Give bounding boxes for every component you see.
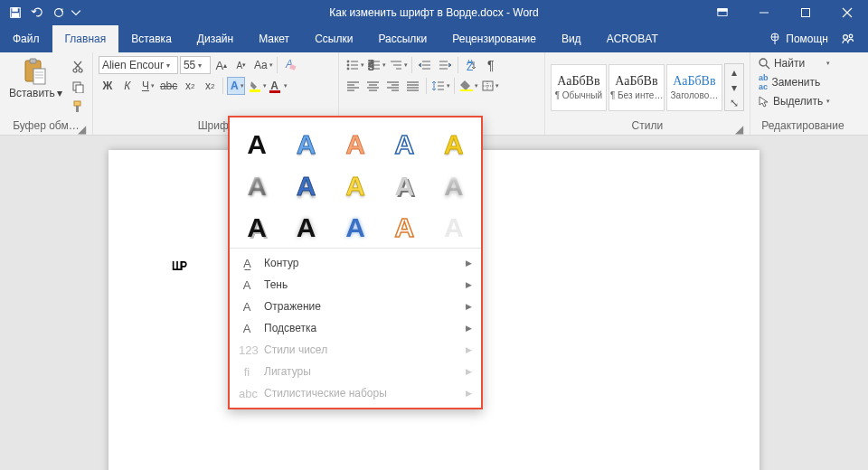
- group-editing: Найти▾ abacЗаменить Выделить▾ Редактиров…: [750, 52, 855, 135]
- tab-acrobat[interactable]: ACROBAT: [594, 25, 671, 52]
- styles-scroll-up[interactable]: ▴: [725, 64, 743, 80]
- text-effect-preset-12[interactable]: A: [341, 213, 370, 242]
- qat-customize-button[interactable]: [71, 3, 81, 23]
- select-button[interactable]: Выделить▾: [756, 94, 833, 108]
- text-effect-preset-9[interactable]: A: [439, 172, 468, 201]
- increase-font-button[interactable]: A▴: [212, 56, 231, 74]
- text-effect-menu-отражение[interactable]: AОтражение▶: [230, 296, 481, 317]
- text-effect-preset-11[interactable]: A: [292, 213, 321, 242]
- svg-text:Z: Z: [467, 61, 473, 70]
- text-effect-presets: AAAAAAAAAAAAAAA: [230, 118, 481, 248]
- group-clipboard-label: Буфер обм…: [13, 119, 80, 132]
- group-styles: АаБбВв¶ ОбычныйАаБбВв¶ Без инте…АаБбВвЗа…: [545, 52, 750, 135]
- tab-file[interactable]: Файл: [0, 25, 52, 52]
- text-effect-preset-1[interactable]: A: [292, 130, 321, 159]
- numbering-button[interactable]: 123▾: [366, 56, 386, 74]
- underline-button[interactable]: Ч▾: [138, 77, 156, 95]
- svg-point-77: [760, 59, 767, 66]
- text-effect-menu-тень[interactable]: AТень▶: [230, 274, 481, 296]
- minimize-button[interactable]: [743, 0, 785, 25]
- tab-home[interactable]: Главная: [52, 25, 119, 52]
- increase-indent-button[interactable]: [436, 56, 454, 74]
- decrease-indent-button[interactable]: [416, 56, 434, 74]
- decrease-font-button[interactable]: A▾: [232, 56, 250, 74]
- text-effect-menu-подсветка[interactable]: AПодсветка▶: [230, 317, 481, 339]
- highlight-button[interactable]: ▾: [247, 77, 267, 95]
- text-effect-preset-2[interactable]: A: [341, 130, 370, 159]
- tell-me-label: Помощн: [786, 33, 828, 45]
- tab-layout[interactable]: Макет: [246, 25, 302, 52]
- sort-button[interactable]: AZ: [462, 56, 480, 74]
- italic-button[interactable]: К: [118, 77, 137, 95]
- window-title: Как изменить шрифт в Ворде.docx - Word: [329, 6, 539, 19]
- share-button[interactable]: [839, 30, 857, 48]
- style-tile-2[interactable]: АаБбВвЗаголово…: [666, 64, 722, 111]
- styles-expand[interactable]: ⤡: [725, 95, 743, 110]
- text-effect-preset-4[interactable]: A: [439, 130, 468, 159]
- copy-button[interactable]: [69, 78, 87, 96]
- format-painter-button[interactable]: [69, 98, 87, 116]
- tab-review[interactable]: Рецензирование: [439, 25, 549, 52]
- tab-view[interactable]: Вид: [549, 25, 594, 52]
- clear-formatting-button[interactable]: A: [281, 56, 299, 74]
- ribbon-display-options-button[interactable]: [702, 0, 743, 25]
- replace-button[interactable]: abacЗаменить: [756, 72, 833, 92]
- redo-button[interactable]: [49, 3, 69, 23]
- text-effects-button[interactable]: A▾: [227, 77, 245, 95]
- text-effect-menu-лигатуры: fiЛигатуры▶: [230, 361, 481, 382]
- align-left-button[interactable]: [344, 77, 363, 95]
- tell-me-button[interactable]: Помощн: [769, 33, 828, 45]
- strikethrough-button[interactable]: abc: [158, 77, 179, 95]
- font-name-combo[interactable]: Alien Encour▾: [99, 56, 178, 74]
- align-center-button[interactable]: [364, 77, 382, 95]
- maximize-button[interactable]: [785, 0, 826, 25]
- tab-references[interactable]: Ссылки: [302, 25, 365, 52]
- window-controls: [702, 0, 868, 25]
- multilevel-list-button[interactable]: ▾: [388, 56, 408, 74]
- svg-point-20: [73, 69, 77, 72]
- text-effect-preset-7[interactable]: A: [341, 172, 370, 201]
- text-effect-preset-3[interactable]: A: [390, 130, 419, 159]
- undo-button[interactable]: [27, 3, 47, 23]
- tab-design[interactable]: Дизайн: [184, 25, 246, 52]
- svg-point-33: [347, 64, 349, 66]
- subscript-button[interactable]: x2: [181, 77, 199, 95]
- text-effect-preset-8[interactable]: A: [390, 172, 419, 201]
- style-tile-1[interactable]: АаБбВв¶ Без инте…: [609, 64, 665, 111]
- styles-launcher[interactable]: ◢: [735, 123, 744, 132]
- borders-button[interactable]: ▾: [480, 77, 499, 95]
- tab-mailings[interactable]: Рассылки: [365, 25, 439, 52]
- svg-rect-5: [718, 9, 727, 12]
- paste-button[interactable]: Вставить▾: [5, 56, 66, 101]
- text-effect-preset-13[interactable]: A: [390, 213, 419, 242]
- clipboard-icon: [22, 58, 49, 85]
- text-effect-preset-6[interactable]: A: [292, 172, 321, 201]
- text-effect-preset-0[interactable]: A: [242, 130, 271, 159]
- text-effects-dropdown: AAAAAAAAAAAAAAA A̲Контур▶AТень▶AОтражени…: [228, 116, 483, 409]
- save-button[interactable]: [5, 3, 25, 23]
- clipboard-launcher[interactable]: ◢: [78, 123, 87, 132]
- text-effect-preset-14[interactable]: A: [439, 213, 468, 242]
- text-effect-preset-5[interactable]: A: [242, 172, 271, 201]
- text-effect-preset-10[interactable]: A: [242, 213, 271, 242]
- superscript-button[interactable]: x2: [201, 77, 219, 95]
- cut-button[interactable]: [69, 58, 87, 76]
- shading-button[interactable]: ▾: [458, 77, 478, 95]
- text-effect-menu-контур[interactable]: A̲Контур▶: [230, 252, 481, 274]
- line-spacing-button[interactable]: ▾: [430, 77, 450, 95]
- font-color-button[interactable]: A▾: [269, 77, 288, 95]
- align-right-button[interactable]: [384, 77, 402, 95]
- font-size-combo[interactable]: 55▾: [180, 56, 211, 74]
- paste-label: Вставить: [9, 87, 55, 99]
- bullets-button[interactable]: ▾: [344, 56, 364, 74]
- change-case-button[interactable]: Aa▾: [252, 56, 273, 74]
- show-marks-button[interactable]: ¶: [482, 56, 500, 74]
- tab-insert[interactable]: Вставка: [118, 25, 184, 52]
- bold-button[interactable]: Ж: [99, 77, 117, 95]
- style-tile-0[interactable]: АаБбВв¶ Обычный: [551, 64, 607, 111]
- find-button[interactable]: Найти▾: [756, 56, 833, 70]
- styles-scroll-down[interactable]: ▾: [725, 80, 743, 95]
- justify-button[interactable]: [404, 77, 422, 95]
- svg-rect-2: [13, 14, 19, 17]
- close-button[interactable]: [826, 0, 868, 25]
